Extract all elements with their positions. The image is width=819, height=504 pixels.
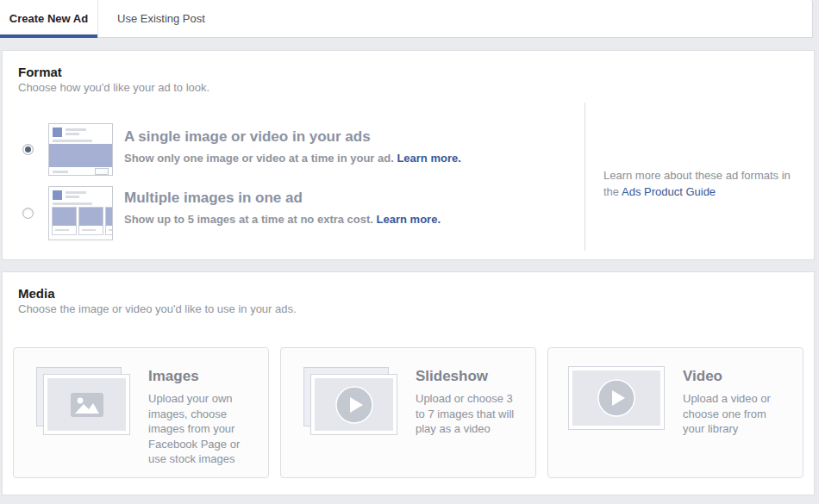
format-section: Format Choose how you'd like your ad to …: [2, 50, 815, 260]
thumbnail-text-line: [66, 191, 86, 194]
thumbnail-image-block: [49, 144, 112, 167]
media-card-images-title: Images: [148, 368, 259, 385]
media-card-slideshow-text: Slideshow Upload or choose 3 to 7 images…: [416, 368, 526, 437]
ads-product-guide-link[interactable]: Ads Product Guide: [622, 185, 716, 198]
radio-multiple-images[interactable]: [22, 208, 34, 219]
media-card-video-text: Video Upload a video or choose one from …: [683, 368, 793, 437]
radio-single-image-or-video[interactable]: [22, 144, 34, 155]
slideshow-stack-front: [311, 375, 397, 434]
thumbnail-text-line: [66, 133, 79, 135]
media-card-video-description: Upload a video or choose one from your l…: [683, 391, 793, 437]
thumbnail-image-block: [79, 208, 103, 226]
media-card-images-text: Images Upload your own images, choose im…: [148, 368, 259, 467]
format-option-multiple-title: Multiple images in one ad: [124, 190, 441, 207]
thumbnail-text-line: [53, 140, 92, 142]
media-card-slideshow[interactable]: Slideshow Upload or choose 3 to 7 images…: [280, 347, 536, 478]
single-learn-more-link[interactable]: Learn more.: [397, 152, 460, 165]
single-image-ad-thumbnail: [48, 123, 113, 176]
thumbnail-text-line: [55, 229, 69, 231]
thumbnail-text-line: [82, 229, 96, 231]
thumbnail-button-block: [95, 168, 109, 175]
stacked-photo-icon: [36, 367, 138, 443]
thumbnail-carousel-card: [105, 207, 113, 235]
thumbnail-carousel-card: [52, 207, 77, 235]
carousel-ad-thumbnail: [48, 186, 113, 240]
media-section-title: Media: [3, 272, 814, 302]
photo-stack-front: [44, 375, 129, 434]
multiple-learn-more-link[interactable]: Learn more.: [377, 213, 441, 226]
play-icon: [597, 378, 636, 418]
thumbnail-carousel-card: [78, 207, 103, 235]
play-icon: [334, 385, 374, 425]
media-card-video-title: Video: [683, 368, 793, 385]
tab-use-existing-post[interactable]: Use Existing Post: [97, 0, 224, 37]
tab-create-new-ad-label: Create New Ad: [9, 12, 88, 25]
format-option-single-title: A single image or video in your ads: [124, 128, 461, 146]
single-play-icon: [569, 367, 664, 429]
format-option-multiple[interactable]: Multiple images in one ad Show up to 5 i…: [124, 190, 441, 226]
tab-create-new-ad[interactable]: Create New Ad: [0, 0, 97, 37]
stacked-play-icon: [303, 367, 405, 443]
media-section-subtitle: Choose the image or video you'd like to …: [3, 302, 814, 315]
tab-use-existing-post-label: Use Existing Post: [117, 12, 205, 25]
format-section-subtitle: Choose how you'd like your ad to look.: [3, 81, 814, 94]
format-option-single-description: Show only one image or video at a time i…: [124, 152, 461, 165]
format-vertical-divider: [585, 103, 585, 251]
media-card-video[interactable]: Video Upload a video or choose one from …: [547, 347, 803, 478]
format-option-multiple-description: Show up to 5 images at a time at no extr…: [124, 213, 441, 226]
media-card-slideshow-description: Upload or choose 3 to 7 images that will…: [416, 391, 526, 437]
format-section-title: Format: [3, 51, 814, 81]
thumbnail-text-line: [109, 229, 113, 231]
media-card-images-description: Upload your own images, choose images fr…: [148, 391, 259, 467]
media-card-slideshow-title: Slideshow: [416, 368, 526, 385]
photo-icon: [71, 393, 103, 417]
thumbnail-text-line: [53, 202, 92, 205]
media-section: Media Choose the image or video you'd li…: [2, 271, 815, 495]
format-option-single[interactable]: A single image or video in your ads Show…: [124, 128, 461, 165]
thumbnail-avatar-block: [53, 190, 62, 200]
tab-bar: Create New Ad Use Existing Post: [0, 0, 813, 38]
ad-formats-aside-note: Learn more about these ad formats in the…: [603, 167, 797, 200]
active-tab-underline: [0, 34, 97, 38]
thumbnail-text-line: [66, 196, 79, 198]
format-option-single-description-text: Show only one image or video at a time i…: [124, 152, 394, 165]
thumbnail-text-line: [66, 128, 86, 131]
thumbnail-avatar-block: [53, 128, 62, 137]
thumbnail-image-block: [53, 208, 76, 226]
format-option-multiple-description-text: Show up to 5 images at a time at no extr…: [124, 213, 373, 226]
thumbnail-image-block: [106, 208, 113, 226]
media-card-images[interactable]: Images Upload your own images, choose im…: [13, 347, 269, 478]
thumbnail-text-line: [53, 171, 68, 173]
